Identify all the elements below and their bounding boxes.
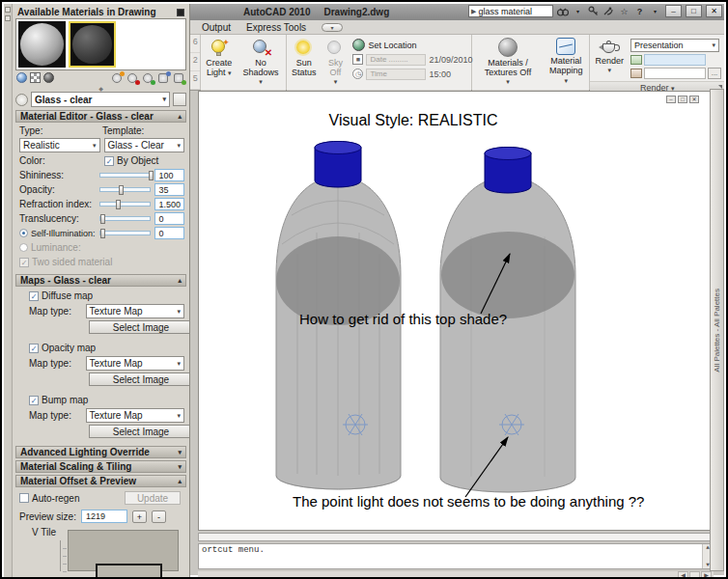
palette-dock-strip[interactable] bbox=[4, 4, 13, 577]
remove-from-objects-icon[interactable] bbox=[174, 72, 185, 84]
number-cell[interactable]: 2 bbox=[190, 53, 200, 71]
translucency-value[interactable]: 0 bbox=[154, 212, 184, 225]
communication-center-icon[interactable] bbox=[602, 5, 615, 17]
help-icon[interactable]: ? bbox=[633, 5, 646, 17]
opacity-select-image-button[interactable]: Select Image bbox=[89, 372, 189, 386]
zoom-in-button[interactable]: + bbox=[132, 510, 147, 523]
sky-off-button[interactable]: Sky Off ▾ bbox=[322, 37, 348, 88]
all-palettes-label: All Palettes - All Palettes bbox=[713, 289, 721, 372]
texture-preview[interactable] bbox=[68, 530, 179, 571]
diffuse-select-image-button[interactable]: Select Image bbox=[89, 320, 189, 334]
opacity-map-type-dropdown[interactable]: Texture Map▾ bbox=[86, 356, 184, 371]
drawing-viewport[interactable]: – □ ✕ Visual Style: REALISTIC bbox=[198, 91, 714, 531]
purge-material-icon[interactable] bbox=[127, 72, 139, 84]
bump-select-image-button[interactable]: Select Image bbox=[89, 425, 189, 438]
zoom-out-button[interactable]: - bbox=[152, 510, 166, 523]
render-button[interactable]: Render ▾ bbox=[593, 37, 626, 76]
render-output-icon[interactable] bbox=[630, 69, 642, 78]
material-swatch-glass-selected[interactable] bbox=[69, 21, 116, 68]
doc-restore-button[interactable]: □ bbox=[678, 96, 687, 103]
materials-textures-off-button[interactable]: Materials / Textures Off ▾ bbox=[475, 37, 541, 88]
create-material-icon[interactable] bbox=[112, 72, 124, 84]
material-scaling-header[interactable]: Material Scaling & Tiling▾ bbox=[15, 460, 186, 473]
render-preset-dropdown[interactable]: Presentation ▾ bbox=[630, 39, 719, 52]
doc-title: Drawing2.dwg bbox=[323, 7, 389, 17]
material-mapping-button[interactable]: Material Mapping ▾ bbox=[546, 37, 586, 87]
teapot-icon bbox=[599, 38, 620, 55]
material-select-dropdown[interactable]: Glass - clear ▾ bbox=[31, 92, 170, 107]
number-cell[interactable]: 6 bbox=[190, 35, 200, 53]
material-offset-header[interactable]: Material Offset & Preview▴ bbox=[15, 475, 186, 487]
opacity-map-checkbox[interactable]: ✓ bbox=[29, 344, 39, 353]
diffuse-map-type-dropdown[interactable]: Texture Map▾ bbox=[86, 304, 184, 318]
tab-express-tools[interactable]: Express Tools bbox=[246, 22, 306, 33]
apply-to-objects-icon[interactable] bbox=[158, 72, 170, 84]
chevron-down-icon[interactable]: ▾ bbox=[572, 5, 584, 17]
browse-button[interactable]: ... bbox=[708, 68, 721, 79]
swatch-geometry-icon[interactable] bbox=[16, 72, 27, 83]
opacity-value[interactable]: 35 bbox=[154, 183, 184, 196]
shininess-slider[interactable] bbox=[99, 173, 151, 178]
scroll-left-icon[interactable]: ◀ bbox=[678, 571, 688, 579]
refraction-value[interactable]: 1.500 bbox=[154, 198, 184, 210]
sun-status-button[interactable]: Sun Status bbox=[290, 37, 319, 78]
tab-output[interactable]: Output bbox=[202, 22, 231, 33]
material-swatch-mini-icon[interactable] bbox=[15, 94, 28, 106]
doc-minimize-button[interactable]: – bbox=[666, 96, 676, 103]
update-button[interactable]: Update bbox=[125, 491, 181, 505]
binoculars-icon[interactable] bbox=[556, 5, 569, 17]
time-field[interactable]: Time bbox=[366, 69, 426, 80]
favorites-star-icon[interactable]: ☆ bbox=[618, 5, 630, 17]
by-object-checkbox[interactable]: ✓ bbox=[104, 156, 114, 166]
key-icon[interactable] bbox=[587, 5, 600, 17]
palette-menu-button[interactable] bbox=[177, 9, 184, 16]
command-horizontal-scrollbar[interactable]: ◀ ▶ bbox=[678, 571, 712, 579]
indicate-usage-icon[interactable] bbox=[143, 72, 154, 84]
luminance-radio[interactable] bbox=[19, 243, 28, 252]
doc-close-button[interactable]: ✕ bbox=[689, 96, 699, 103]
scroll-right-icon[interactable]: ▶ bbox=[701, 571, 712, 579]
close-button[interactable]: ✕ bbox=[706, 5, 722, 17]
no-shadows-button[interactable]: ✕ No Shadows ▾ bbox=[238, 37, 283, 88]
command-input-strip[interactable] bbox=[198, 533, 714, 541]
search-input[interactable]: ▶ glass material bbox=[468, 5, 553, 17]
render-field[interactable] bbox=[644, 54, 706, 66]
self-illumination-value[interactable]: 0 bbox=[154, 227, 184, 239]
diffuse-map-checkbox[interactable]: ✓ bbox=[29, 291, 39, 301]
template-dropdown[interactable]: Glass - Clear▾ bbox=[104, 138, 185, 152]
command-history[interactable]: ortcut menu. ▲ ▼ bbox=[198, 543, 714, 569]
create-light-button[interactable]: ✦ Create Light ▾ bbox=[204, 37, 234, 79]
number-cell[interactable]: 5 bbox=[190, 71, 200, 90]
render-region-icon[interactable] bbox=[630, 55, 642, 65]
set-location-button[interactable]: Set Location bbox=[352, 39, 472, 51]
preview-size-input[interactable]: 1219 bbox=[81, 510, 127, 523]
v-tile-slider[interactable] bbox=[60, 540, 68, 571]
bump-map-type-dropdown[interactable]: Texture Map▾ bbox=[86, 408, 184, 423]
date-field[interactable]: Date ......... bbox=[366, 54, 426, 66]
all-palettes-bar[interactable]: All Palettes - All Palettes bbox=[710, 89, 724, 571]
material-editor-header[interactable]: Material Editor - Glass - clear▴ bbox=[15, 110, 186, 123]
minimize-button[interactable]: – bbox=[665, 5, 682, 17]
translucency-slider[interactable] bbox=[99, 216, 151, 221]
ribbon-minimize-button[interactable]: ▾ bbox=[322, 23, 343, 32]
auto-regen-checkbox[interactable] bbox=[19, 493, 29, 503]
self-illumination-slider[interactable] bbox=[99, 231, 151, 235]
new-material-button[interactable] bbox=[173, 93, 186, 106]
opacity-map-label: Opacity map bbox=[42, 343, 96, 353]
advanced-lighting-header[interactable]: Advanced Lighting Override▾ bbox=[15, 446, 186, 458]
two-sided-checkbox[interactable]: ✓ bbox=[19, 258, 29, 267]
bump-map-checkbox[interactable]: ✓ bbox=[29, 396, 39, 405]
checkered-underlay-icon[interactable] bbox=[30, 72, 41, 83]
material-swatch-global[interactable] bbox=[18, 21, 66, 68]
opacity-slider[interactable] bbox=[99, 187, 151, 192]
chevron-down-icon[interactable]: ▾ bbox=[649, 5, 661, 17]
restore-button[interactable]: □ bbox=[686, 5, 702, 17]
scroll-thumb[interactable] bbox=[689, 571, 700, 579]
render-output-field[interactable] bbox=[644, 68, 706, 79]
type-dropdown[interactable]: Realistic▾ bbox=[19, 138, 100, 152]
refraction-slider[interactable] bbox=[99, 202, 151, 207]
self-illumination-radio[interactable] bbox=[19, 229, 28, 237]
shininess-value[interactable]: 100 bbox=[154, 169, 184, 181]
preview-lighting-icon[interactable] bbox=[43, 72, 54, 83]
maps-header[interactable]: Maps - Glass - clear▴ bbox=[15, 274, 186, 287]
